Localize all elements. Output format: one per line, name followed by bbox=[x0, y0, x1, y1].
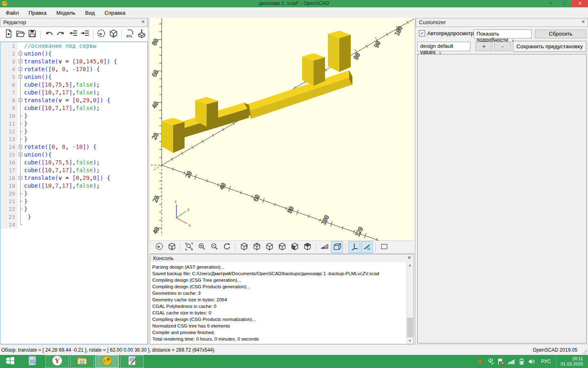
minimize-button[interactable]: – bbox=[544, 0, 558, 7]
code-line: 1//основание под сервы bbox=[0, 42, 147, 50]
print-3d-icon bbox=[137, 29, 147, 40]
render-button[interactable] bbox=[166, 241, 178, 253]
console-line: Parsing design (AST generation)... bbox=[150, 264, 414, 270]
fold-marker[interactable] bbox=[18, 143, 23, 151]
autopreview-checkbox[interactable]: ✓ bbox=[419, 30, 425, 36]
usb-device-icon[interactable] bbox=[487, 357, 495, 366]
scrollbar-thumb[interactable] bbox=[407, 318, 413, 337]
console-line: Compiling design (CSG Products normaliza… bbox=[150, 316, 414, 323]
export-stl-button[interactable]: STL bbox=[124, 28, 136, 40]
battery-icon[interactable] bbox=[517, 357, 526, 366]
center-column: 204060802040204060801001208090100 bbox=[150, 18, 414, 344]
menu-item-5[interactable]: Справка bbox=[100, 9, 130, 17]
code-line: 13} bbox=[0, 135, 147, 143]
unindent-button[interactable] bbox=[67, 28, 79, 40]
render-icon bbox=[109, 29, 118, 40]
menu-item-3[interactable]: Модель bbox=[51, 9, 80, 17]
view-top-button[interactable] bbox=[251, 241, 263, 253]
save-preset-button[interactable]: Сохранить предустановку bbox=[513, 41, 586, 52]
fold-marker[interactable] bbox=[18, 96, 23, 104]
taskbar-file-explorer[interactable] bbox=[70, 355, 94, 368]
render-icon bbox=[167, 242, 176, 253]
menu-item-1[interactable]: Файл bbox=[1, 9, 24, 17]
redo-button[interactable] bbox=[55, 28, 67, 40]
code-line: 12} bbox=[0, 128, 147, 135]
show-edges-button[interactable] bbox=[378, 241, 390, 253]
unindent-icon bbox=[68, 29, 78, 40]
view-perspective-button[interactable] bbox=[318, 241, 330, 253]
zoom-all-button[interactable] bbox=[183, 241, 195, 253]
console-close-icon[interactable]: ✕ bbox=[408, 255, 411, 260]
preview-button[interactable]: » bbox=[153, 241, 165, 253]
preset-dropdown[interactable]: design default values∨ bbox=[417, 42, 470, 51]
undo-button[interactable] bbox=[43, 28, 55, 40]
fold-marker[interactable] bbox=[18, 174, 23, 182]
line-number: 13 bbox=[0, 135, 18, 143]
code-line: 15union(){ bbox=[0, 151, 147, 159]
open-file-button[interactable] bbox=[14, 28, 26, 40]
title-bar[interactable]: динозавр 1 .scad* - OpenSCAD – ▢ ✕ bbox=[0, 0, 588, 7]
network-flag-icon[interactable] bbox=[497, 357, 505, 366]
editor-panel: Редактор ✕ »STL 1//основание под сервы2u… bbox=[0, 18, 148, 344]
show-scale-markers-button[interactable]: 10 bbox=[361, 241, 373, 253]
taskbar-calculator[interactable]: 0 bbox=[20, 355, 44, 368]
taskbar-paint[interactable] bbox=[120, 355, 144, 368]
customizer-parameter-area[interactable] bbox=[417, 54, 587, 343]
save-file-button[interactable] bbox=[27, 28, 38, 40]
language-indicator[interactable]: РУС bbox=[538, 359, 554, 364]
view-left-button[interactable] bbox=[276, 241, 288, 253]
scroll-up-icon[interactable]: ▲ bbox=[407, 262, 413, 268]
indent-button[interactable] bbox=[79, 28, 91, 40]
menu-item-2[interactable]: Правка bbox=[24, 9, 51, 17]
view-right-button[interactable] bbox=[238, 241, 250, 253]
taskbar-yandex-browser[interactable]: Y bbox=[45, 355, 69, 368]
fold-marker bbox=[18, 135, 23, 143]
view-orthogonal-button[interactable] bbox=[331, 241, 343, 253]
fold-marker[interactable] bbox=[18, 50, 23, 58]
3d-viewport[interactable]: 204060802040204060801001208090100 bbox=[150, 18, 414, 240]
show-details-dropdown[interactable]: Показать подробности∨ bbox=[474, 29, 532, 38]
console-scrollbar[interactable]: ▲ ▼ bbox=[406, 262, 414, 344]
console-header[interactable]: Консоль ✕ bbox=[150, 254, 414, 263]
remove-preset-button[interactable]: - bbox=[494, 42, 511, 51]
render-button[interactable] bbox=[107, 28, 119, 40]
print-3d-button[interactable] bbox=[136, 28, 148, 40]
fold-marker[interactable] bbox=[18, 58, 23, 65]
taskbar-clock[interactable]: 20:11 01.03.2020 bbox=[556, 356, 586, 367]
fold-marker[interactable] bbox=[18, 65, 23, 73]
preview-button[interactable]: » bbox=[96, 28, 107, 40]
line-number: 10 bbox=[0, 112, 18, 120]
volume-muted-icon[interactable] bbox=[477, 357, 485, 366]
scroll-down-icon[interactable]: ▼ bbox=[407, 338, 413, 344]
reset-view-button[interactable] bbox=[221, 241, 233, 253]
signal-bars-icon[interactable] bbox=[507, 357, 515, 366]
openscad-window: динозавр 1 .scad* - OpenSCAD – ▢ ✕ ФайлП… bbox=[0, 0, 588, 368]
console-line: Total rendering time: 0 hours, 0 minutes… bbox=[150, 336, 414, 342]
new-file-button[interactable] bbox=[2, 28, 14, 40]
customizer-close-icon[interactable]: ✕ bbox=[581, 19, 585, 25]
resize-grip[interactable] bbox=[582, 349, 587, 354]
preview-icon: » bbox=[155, 242, 164, 253]
start-button[interactable] bbox=[0, 355, 20, 368]
code-editor[interactable]: 1//основание под сервы2union(){3translat… bbox=[0, 42, 148, 344]
reset-button[interactable]: Сбросить bbox=[535, 29, 586, 38]
fold-marker[interactable] bbox=[18, 151, 23, 159]
console-log[interactable]: Parsing design (AST generation)...Saved … bbox=[150, 262, 414, 344]
menu-item-4[interactable]: Вид bbox=[80, 9, 100, 17]
close-button[interactable]: ✕ bbox=[572, 0, 588, 7]
editor-close-icon[interactable]: ✕ bbox=[141, 19, 145, 25]
editor-header[interactable]: Редактор ✕ bbox=[0, 18, 148, 27]
volume-icon[interactable] bbox=[528, 357, 536, 366]
line-number: 22 bbox=[0, 205, 18, 213]
taskbar-openscad[interactable] bbox=[95, 355, 119, 368]
view-bottom-button[interactable] bbox=[263, 241, 275, 253]
view-front-button[interactable] bbox=[289, 241, 301, 253]
show-axes-button[interactable] bbox=[348, 241, 360, 253]
fold-marker[interactable] bbox=[18, 73, 23, 81]
maximize-button[interactable]: ▢ bbox=[558, 0, 572, 7]
customizer-header[interactable]: Customizer ✕ bbox=[416, 18, 588, 27]
zoom-in-button[interactable] bbox=[196, 241, 207, 253]
view-back-button[interactable] bbox=[301, 241, 313, 253]
add-preset-button[interactable]: + bbox=[475, 42, 492, 51]
zoom-out-button[interactable] bbox=[208, 241, 220, 253]
